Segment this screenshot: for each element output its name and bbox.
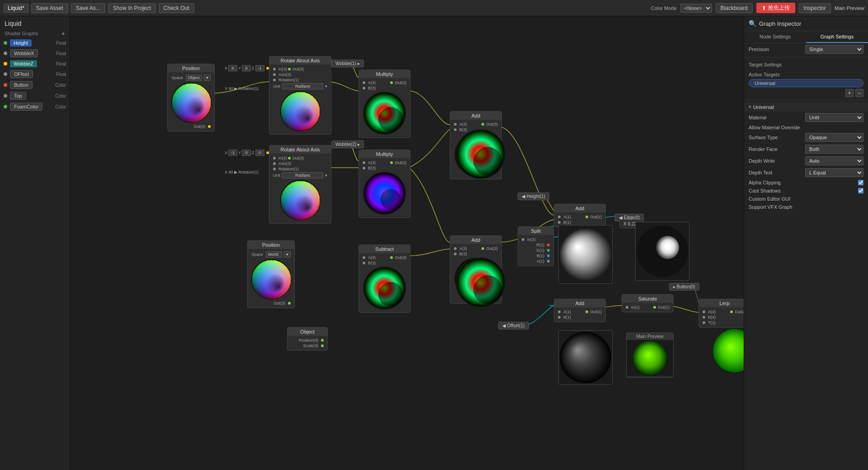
node-position2-header: Position	[248, 241, 294, 249]
wobblez-type: Float	[56, 61, 66, 66]
top-type: Color	[55, 94, 66, 99]
support-vfx-graph-row: Support VFX Graph	[744, 203, 868, 211]
prop-foamcolor: FoamColor Color	[0, 101, 70, 112]
top-badge[interactable]: Top	[10, 92, 26, 100]
remove-target-button[interactable]: −	[855, 89, 863, 97]
grayscale-sphere-preview	[558, 225, 613, 284]
translate-button[interactable]: ⬆ 抢先上传	[756, 3, 795, 13]
search-icon: 🔍	[749, 20, 756, 27]
right-panel: 🔍 Graph Inspector Node Settings Graph Se…	[744, 16, 868, 470]
alpha-clipping-checkbox[interactable]	[858, 180, 863, 185]
offset1-label: ◀ Offset(1)	[498, 322, 529, 329]
tab-node-settings[interactable]: Node Settings	[744, 31, 806, 43]
inspector-button[interactable]: Inspector	[799, 3, 831, 13]
wobblex-type: Float	[56, 51, 66, 56]
precision-select[interactable]: Single	[805, 45, 863, 54]
node-saturate1[interactable]: Saturate In(1)Out(1)	[622, 294, 674, 312]
add-target-button[interactable]: +	[845, 89, 854, 97]
wobblex-badge[interactable]: WobbleX	[10, 49, 38, 57]
save-as-button[interactable]: Save As...	[71, 3, 105, 13]
node-saturate1-header: Saturate	[622, 295, 673, 303]
alpha-clipping-label: Alpha Clipping	[749, 180, 855, 185]
bw-sphere-preview	[635, 222, 689, 281]
left-panel: Liquid Shader Graphs + Height Float Wobb…	[0, 16, 70, 470]
prop-wobblez: WobbleZ Float	[0, 59, 70, 69]
show-in-project-button[interactable]: Show In Project	[108, 3, 156, 13]
prop-wobblex: WobbleX Float	[0, 48, 70, 59]
node-split1[interactable]: Split In(3) R(1) G(1) B(1) A(1)	[518, 226, 554, 266]
render-face-label: Render Face	[749, 146, 802, 152]
color-mode-select[interactable]: <None>	[680, 4, 712, 13]
node-position1[interactable]: Position Space Object ▾ Out(3)	[167, 64, 215, 132]
node-object1-header: Object	[288, 328, 327, 336]
target-settings-header: Target Settings	[744, 59, 868, 70]
material-select[interactable]: Unlit	[805, 113, 863, 122]
app-logo: Liquid*	[4, 4, 28, 13]
wobblex-dot	[4, 52, 7, 55]
render-face-row: Render Face Both	[744, 143, 868, 155]
translate-icon: ⬆	[762, 5, 766, 11]
node-add4[interactable]: Add A(1)Out(1) B(1)	[554, 299, 606, 322]
inspector-tabs: Node Settings Graph Settings	[744, 31, 868, 43]
depth-test-select[interactable]: L Equal	[805, 168, 863, 177]
node-subtract1-header: Subtract	[359, 245, 410, 253]
active-targets-label: Active Targets	[744, 70, 868, 78]
universal-badge: Universal	[749, 79, 863, 87]
left-panel-section: Shader Graphs +	[0, 29, 70, 38]
precision-row: Precision Single	[744, 43, 868, 55]
button-type: Color	[55, 83, 66, 88]
foamcolor-badge[interactable]: FoamColor	[10, 103, 42, 111]
surface-type-select[interactable]: Opaque	[805, 133, 863, 142]
offset-badge[interactable]: OFfset	[10, 70, 33, 78]
material-row: Material Unlit	[744, 112, 868, 123]
node-position2[interactable]: Position Space World ▾ Out(3)	[247, 240, 295, 308]
height-badge[interactable]: Height	[10, 39, 32, 47]
surface-type-label: Surface Type	[749, 135, 802, 140]
node-split1-header: Split	[518, 227, 553, 235]
render-face-select[interactable]: Both	[805, 145, 863, 154]
wobble2-label: Wobble(2) ▸	[331, 141, 364, 148]
tab-graph-settings[interactable]: Graph Settings	[806, 31, 868, 43]
depth-test-label: Depth Test	[749, 170, 802, 175]
material-label: Material	[749, 115, 802, 120]
node-object1[interactable]: Object Position(3) Scale(3)	[287, 327, 328, 351]
depth-write-select[interactable]: Auto	[805, 156, 863, 165]
wobblez-dot	[4, 62, 7, 66]
node-subtract1[interactable]: Subtract A(3)Out(3) B(3)	[359, 244, 410, 313]
precision-label: Precision	[749, 47, 802, 52]
node-multiply1[interactable]: Multiply A(3)Out(3) B(3)	[359, 70, 410, 138]
position1-coords: X0 Y0 Z-1	[225, 65, 269, 71]
main-preview-window: Main Preview	[626, 333, 674, 378]
support-vfx-graph-label: Support VFX Graph	[749, 204, 863, 210]
cast-shadows-checkbox[interactable]	[858, 188, 863, 193]
universal-section-header: ▾ Universal	[744, 102, 868, 112]
node-add3[interactable]: Add A(1)Out(1) B(1)	[554, 204, 606, 227]
check-out-button[interactable]: Check Out	[159, 3, 194, 13]
cast-shadows-row: Cast Shadows	[744, 187, 868, 195]
blackboard-button[interactable]: Blackboard	[716, 3, 753, 13]
custom-editor-gui-label: Custom Editor GUI	[749, 196, 863, 202]
inspector-title: Graph Inspector	[759, 20, 801, 27]
wobblez-badge[interactable]: WobbleZ	[10, 60, 37, 67]
height-type: Float	[56, 41, 66, 46]
canvas-area[interactable]: Position Space Object ▾ Out(3) Rotate Ab…	[70, 16, 744, 470]
prop-top: Top Color	[0, 90, 70, 101]
offset-type: Float	[56, 72, 66, 77]
wobble1-label: Wobble(1) ▸	[331, 60, 364, 67]
node-add3-header: Add	[554, 204, 605, 212]
node-rotate-axis1[interactable]: Rotate About Axis In(3)Out(3) Axis(3) Ro…	[269, 56, 331, 135]
node-rotate-axis2[interactable]: Rotate About Axis In(3)Out(3) Axis(3) Ro…	[269, 145, 331, 224]
node-lerp1[interactable]: Lerp A(4)Out(4) B(4) T(1)	[698, 299, 744, 328]
foamcolor-type: Color	[55, 104, 66, 109]
add-shader-graph-button[interactable]: +	[61, 30, 65, 37]
node-lerp1-header: Lerp	[699, 299, 744, 307]
node-multiply1-header: Multiply	[359, 70, 410, 78]
node-multiply2-header: Multiply	[359, 150, 410, 158]
node-graph[interactable]: Position Space Object ▾ Out(3) Rotate Ab…	[70, 16, 744, 470]
node-multiply2[interactable]: Multiply A(3)Out(3) B(3)	[359, 150, 410, 218]
height-dot	[4, 41, 7, 45]
inspector-header: 🔍 Graph Inspector	[744, 16, 868, 31]
save-asset-button[interactable]: Save Asset	[31, 3, 68, 13]
button-badge[interactable]: Button	[10, 81, 33, 89]
alpha-clipping-row: Alpha Clipping	[744, 179, 868, 187]
